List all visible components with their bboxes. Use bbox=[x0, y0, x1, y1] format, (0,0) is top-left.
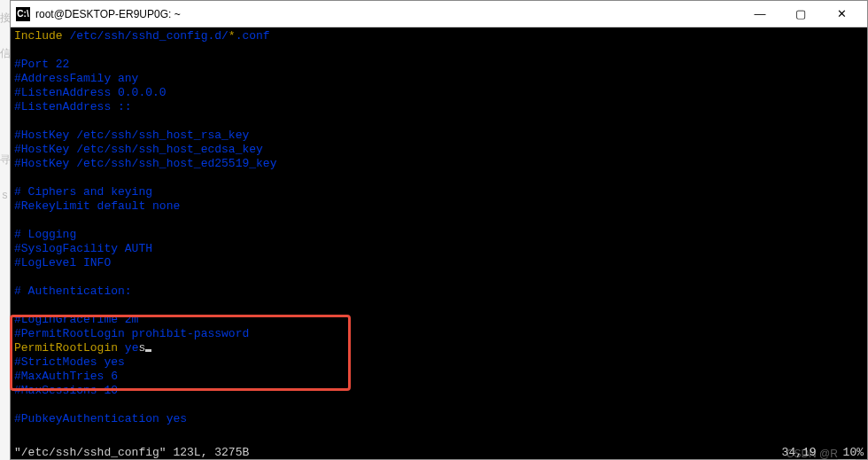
vim-statusbar: "/etc/ssh/sshd_config" 123L, 3275B 34,19… bbox=[11, 445, 867, 459]
terminal-line: Include /etc/ssh/sshd_config.d/*.conf bbox=[14, 29, 864, 43]
app-icon: C:\ bbox=[16, 7, 30, 21]
minimize-button[interactable]: — bbox=[740, 1, 780, 27]
status-file: "/etc/ssh/sshd_config" 123L, 3275B bbox=[14, 446, 782, 459]
terminal-line: #HostKey /etc/ssh/ssh_host_rsa_key bbox=[14, 129, 864, 143]
terminal-line: # Authentication: bbox=[14, 285, 864, 299]
terminal-line: #PubkeyAuthentication yes bbox=[14, 412, 864, 426]
terminal-content[interactable]: Include /etc/ssh/sshd_config.d/*.conf#Po… bbox=[11, 27, 867, 445]
terminal-line: PermitRootLogin yes bbox=[14, 341, 864, 355]
text-cursor bbox=[145, 349, 151, 352]
terminal-line bbox=[14, 214, 864, 228]
terminal-line: #HostKey /etc/ssh/ssh_host_ed25519_key bbox=[14, 157, 864, 171]
terminal-line bbox=[14, 43, 864, 58]
terminal-line: # Logging bbox=[14, 228, 864, 242]
terminal-line: #AddressFamily any bbox=[14, 72, 864, 86]
terminal-line bbox=[14, 270, 864, 285]
status-position: 34,19 bbox=[782, 446, 817, 459]
close-button[interactable]: ✕ bbox=[821, 1, 862, 27]
terminal-line: #StrictModes yes bbox=[14, 355, 864, 370]
window-controls: — ▢ ✕ bbox=[740, 1, 862, 27]
titlebar[interactable]: C:\ root@DESKTOP-ER9UP0G: ~ — ▢ ✕ bbox=[11, 1, 867, 27]
terminal-line: #ListenAddress 0.0.0.0 bbox=[14, 86, 864, 100]
terminal-line bbox=[14, 299, 864, 313]
background-clip: 接信寻s bbox=[0, 0, 10, 460]
maximize-button[interactable]: ▢ bbox=[780, 1, 821, 27]
terminal-line bbox=[14, 114, 864, 129]
terminal-line: #SyslogFacility AUTH bbox=[14, 242, 864, 256]
terminal-line: #MaxSessions 10 bbox=[14, 384, 864, 398]
window-title: root@DESKTOP-ER9UP0G: ~ bbox=[35, 8, 740, 20]
terminal-line: #LogLevel INFO bbox=[14, 256, 864, 270]
terminal-line: #PermitRootLogin prohibit-password bbox=[14, 327, 864, 341]
terminal-line: #MaxAuthTries 6 bbox=[14, 370, 864, 384]
terminal-line bbox=[14, 171, 864, 185]
terminal-line: #ListenAddress :: bbox=[14, 100, 864, 114]
terminal-line: # Ciphers and keying bbox=[14, 185, 864, 199]
terminal-line: #LoginGraceTime 2m bbox=[14, 313, 864, 327]
terminal-line bbox=[14, 398, 864, 412]
terminal-line: #RekeyLimit default none bbox=[14, 199, 864, 214]
terminal-line: #Port 22 bbox=[14, 58, 864, 72]
terminal-line: #HostKey /etc/ssh/ssh_host_ecdsa_key bbox=[14, 143, 864, 157]
terminal-window: C:\ root@DESKTOP-ER9UP0G: ~ — ▢ ✕ Includ… bbox=[10, 0, 868, 460]
status-scroll: 10% bbox=[843, 446, 864, 459]
